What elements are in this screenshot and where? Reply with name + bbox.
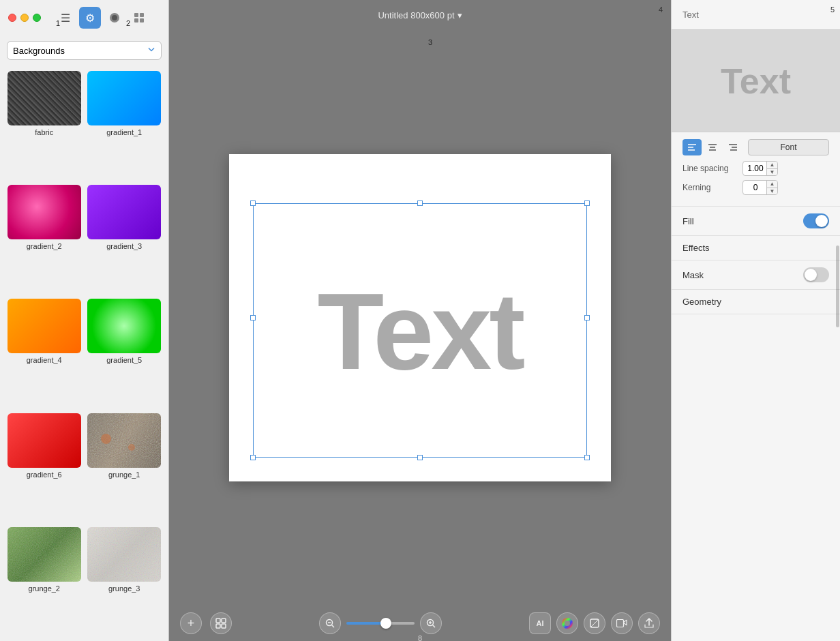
thumb-gradient5[interactable]: gradient_5 xyxy=(87,299,162,407)
kerning-down[interactable]: ▼ xyxy=(767,188,777,195)
svg-rect-12 xyxy=(222,624,226,628)
mask-toggle[interactable] xyxy=(803,267,829,282)
thumb-fabric-img xyxy=(7,71,81,125)
maximize-button[interactable] xyxy=(33,14,41,22)
thumb-gradient1[interactable]: gradient_1 xyxy=(87,71,162,179)
thumb-gradient6-img xyxy=(7,413,81,468)
share-button[interactable] xyxy=(638,612,660,634)
font-button[interactable]: Font xyxy=(748,139,829,155)
handle-bottom-center[interactable] xyxy=(417,455,423,460)
canvas-area[interactable]: 3 Text xyxy=(169,30,671,606)
thumb-grunge1-label: grunge_1 xyxy=(108,471,140,479)
center-panel: Untitled 800x600 pt ▾ 3 Text xyxy=(169,0,671,641)
thumb-gradient1-img xyxy=(87,71,161,125)
toolbar-icons: ☰ ⚙ xyxy=(55,7,150,29)
thumb-gradient2[interactable]: gradient_2 xyxy=(7,185,82,293)
close-button[interactable] xyxy=(8,14,16,22)
video-button[interactable] xyxy=(611,612,633,634)
svg-rect-4 xyxy=(134,18,138,23)
handle-bottom-right[interactable] xyxy=(584,455,590,460)
mask-display-button[interactable] xyxy=(584,612,605,634)
mask-label: Mask xyxy=(682,270,704,280)
canvas-title-text: Untitled 800x600 pt xyxy=(378,10,454,20)
kerning-value: 0 ▲ ▼ xyxy=(742,180,778,195)
handle-top-right[interactable] xyxy=(584,200,590,206)
fill-toggle[interactable] xyxy=(803,213,829,228)
mask-section-row[interactable]: Mask xyxy=(672,260,840,290)
ai-button[interactable]: AI xyxy=(529,612,551,634)
handle-bottom-left[interactable] xyxy=(250,455,256,460)
right-panel: 4 5 Text Text xyxy=(671,0,840,641)
text-align-row: Font xyxy=(682,139,829,155)
add-button[interactable]: + xyxy=(180,612,202,634)
align-right-button[interactable] xyxy=(723,139,742,155)
grid-button-wrapper: 7 xyxy=(210,612,232,634)
thumb-gradient3[interactable]: gradient_3 xyxy=(87,185,162,293)
grid-icon xyxy=(215,618,226,629)
thumb-fabric-label: fabric xyxy=(35,128,53,136)
settings-icon[interactable]: ⚙ xyxy=(79,7,101,29)
align-center-icon xyxy=(708,143,717,151)
handle-top-center[interactable] xyxy=(417,200,423,206)
right-panel-scrollbar[interactable] xyxy=(835,232,840,641)
color-button[interactable] xyxy=(556,612,578,634)
thumb-gradient2-label: gradient_2 xyxy=(27,242,62,250)
thumb-grunge1[interactable]: grunge_1 xyxy=(87,413,162,522)
thumb-gradient6[interactable]: gradient_6 xyxy=(7,413,82,522)
thumb-gradient4[interactable]: gradient_4 xyxy=(7,299,82,407)
zoom-out-button[interactable] xyxy=(319,612,341,634)
category-dropdown[interactable]: Backgrounds xyxy=(7,41,162,60)
thumb-grunge3[interactable]: grunge_3 xyxy=(87,527,162,636)
thumb-fabric[interactable]: fabric xyxy=(7,71,82,179)
line-spacing-down[interactable]: ▼ xyxy=(767,169,777,176)
thumb-gradient1-label: gradient_1 xyxy=(106,128,142,136)
handle-top-left[interactable] xyxy=(250,200,256,206)
right-panel-title-text: Text xyxy=(682,10,699,20)
thumb-gradient4-img xyxy=(7,299,81,353)
fill-section-row[interactable]: Fill xyxy=(672,207,840,236)
color-wheel-icon xyxy=(562,618,573,629)
effects-section-row[interactable]: Effects xyxy=(672,236,840,260)
list-icon[interactable]: ☰ xyxy=(55,7,76,29)
align-left-button[interactable] xyxy=(682,139,702,155)
line-spacing-label: Line spacing xyxy=(682,164,737,173)
thumbnails-grid: fabric gradient_1 gradient_2 gradient_3 … xyxy=(0,65,168,641)
svg-rect-7 xyxy=(7,527,81,582)
thumb-grunge2[interactable]: grunge_2 xyxy=(7,527,82,636)
svg-line-14 xyxy=(332,625,335,628)
handle-middle-right[interactable] xyxy=(584,315,590,320)
annotation-5: 5 xyxy=(830,5,835,14)
kerning-label: Kerning xyxy=(682,183,737,192)
canvas-title-arrow-icon: ▾ xyxy=(457,10,462,20)
grid-button[interactable] xyxy=(210,612,232,634)
svg-point-1 xyxy=(112,15,117,20)
stack-icon[interactable] xyxy=(128,7,150,29)
thumb-grunge3-label: grunge_3 xyxy=(108,584,140,593)
canvas-title[interactable]: Untitled 800x600 pt ▾ xyxy=(378,10,462,20)
line-spacing-up[interactable]: ▲ xyxy=(767,162,777,169)
svg-line-22 xyxy=(590,619,599,627)
layers-icon[interactable] xyxy=(104,7,125,29)
thumb-gradient4-label: gradient_4 xyxy=(27,356,62,364)
zoom-in-button[interactable] xyxy=(420,612,442,634)
svg-rect-3 xyxy=(140,13,144,17)
zoom-slider[interactable] xyxy=(346,622,415,625)
canvas-text-element[interactable]: Text xyxy=(256,209,584,454)
mask-display-button-wrapper: 11 xyxy=(584,612,605,634)
minimize-button[interactable] xyxy=(20,14,29,22)
align-buttons-group xyxy=(682,139,742,155)
kerning-up[interactable]: ▲ xyxy=(767,181,777,188)
line-spacing-row: Line spacing 1.00 ▲ ▼ xyxy=(682,161,829,176)
line-spacing-stepper: ▲ ▼ xyxy=(766,162,777,175)
fill-label: Fill xyxy=(682,216,694,226)
canvas-document[interactable]: Text xyxy=(229,154,611,481)
annotation-3: 3 xyxy=(428,38,432,46)
svg-rect-5 xyxy=(140,18,144,23)
kerning-row: Kerning 0 ▲ ▼ xyxy=(682,180,829,195)
handle-middle-left[interactable] xyxy=(250,315,256,320)
geometry-section-row[interactable]: Geometry xyxy=(672,290,840,314)
share-button-wrapper: 13 xyxy=(638,612,660,634)
traffic-lights xyxy=(8,14,41,22)
add-button-wrapper: + 6 xyxy=(180,612,202,634)
align-center-button[interactable] xyxy=(703,139,722,155)
